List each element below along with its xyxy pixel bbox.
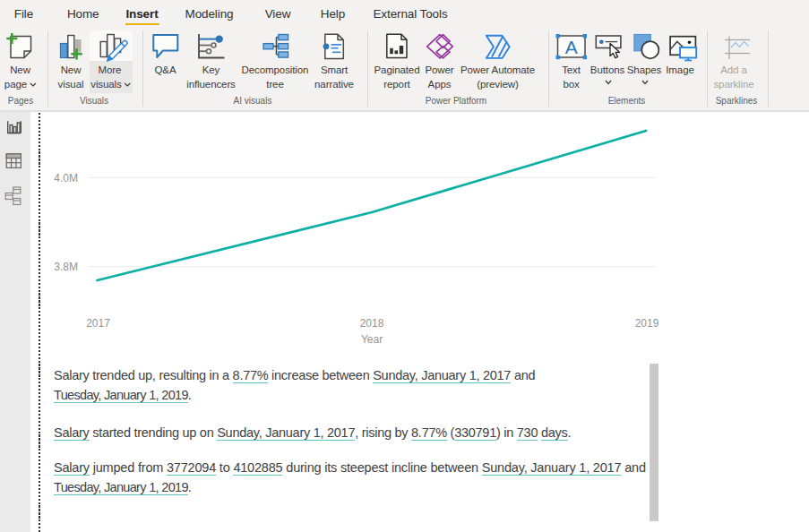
svg-text:2019: 2019 (635, 317, 659, 330)
svg-text:4.0M: 4.0M (54, 172, 78, 184)
svg-text:3.8M: 3.8M (54, 261, 78, 273)
svg-text:Year: Year (361, 333, 383, 346)
svg-text:2017: 2017 (86, 317, 110, 330)
svg-text:A: A (565, 37, 578, 57)
svg-text:2018: 2018 (360, 317, 384, 330)
